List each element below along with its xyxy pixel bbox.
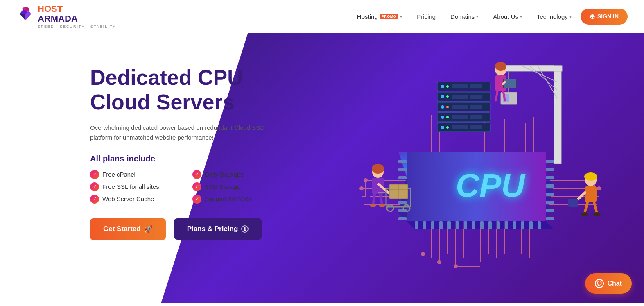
check-icon-5: ✓ — [90, 195, 99, 204]
svg-rect-110 — [470, 84, 482, 88]
nav-pricing[interactable]: Pricing — [411, 10, 441, 23]
cpu-illustration-svg: CPU — [341, 57, 628, 287]
check-icon-2: ✓ — [192, 170, 201, 179]
svg-rect-66 — [513, 221, 516, 229]
logo-icon[interactable]: HOSTARMADA — [16, 4, 78, 24]
get-started-label: Get Started — [103, 225, 141, 233]
logo-tagline: SPEED · SECURITY · STABILITY — [38, 25, 116, 29]
svg-point-36 — [438, 261, 441, 264]
hero-description: Overwhelming dedicated power based on re… — [90, 123, 270, 143]
svg-line-149 — [594, 202, 597, 213]
feature-ssd-storage: ✓ SSD Storage — [192, 182, 270, 191]
hero-buttons: Get Started 🚀 Plans & Pricing ℹ — [90, 218, 270, 240]
svg-rect-78 — [546, 160, 554, 163]
svg-rect-57 — [439, 221, 443, 229]
nav-hosting-label: Hosting — [357, 13, 378, 20]
svg-line-124 — [373, 194, 375, 205]
svg-point-102 — [441, 95, 444, 98]
plans-pricing-button[interactable]: Plans & Pricing ℹ — [174, 218, 262, 240]
svg-point-107 — [441, 85, 444, 88]
signin-button[interactable]: ⊕ SIGN IN — [581, 9, 628, 25]
svg-marker-2 — [20, 14, 25, 20]
plans-pricing-label: Plans & Pricing — [187, 225, 238, 233]
server-stack — [437, 82, 490, 132]
nav-hosting[interactable]: Hosting PROMO ▾ — [351, 10, 408, 23]
svg-point-97 — [441, 105, 444, 109]
svg-rect-105 — [470, 95, 482, 99]
promo-badge: PROMO — [380, 14, 399, 19]
get-started-button[interactable]: Get Started 🚀 — [90, 218, 166, 240]
feature-label-2: Daily Backups — [205, 171, 244, 178]
svg-point-92 — [441, 116, 444, 119]
svg-point-150 — [581, 212, 588, 216]
about-chevron-icon: ▾ — [520, 14, 522, 19]
svg-rect-80 — [546, 176, 554, 179]
svg-rect-112 — [497, 66, 562, 71]
check-icon-6: ✓ — [192, 195, 201, 204]
feature-label-5: Web Server Cache — [102, 195, 154, 202]
svg-point-137 — [495, 62, 506, 71]
svg-text:CPU: CPU — [456, 167, 526, 204]
feature-daily-backups: ✓ Daily Backups — [192, 170, 270, 179]
svg-rect-64 — [497, 221, 500, 229]
header: HOSTARMADA SPEED · SECURITY · STABILITY … — [0, 0, 644, 33]
svg-rect-90 — [470, 125, 482, 129]
svg-point-145 — [584, 172, 597, 181]
svg-rect-77 — [398, 217, 407, 220]
svg-rect-81 — [546, 184, 554, 188]
domains-chevron-icon: ▾ — [476, 14, 478, 19]
svg-rect-147 — [568, 199, 578, 207]
svg-rect-82 — [546, 193, 554, 196]
svg-rect-54 — [415, 221, 418, 229]
svg-rect-72 — [398, 176, 407, 179]
rocket-icon: 🚀 — [144, 225, 153, 233]
svg-line-153 — [598, 285, 599, 286]
hero-left: Dedicated CPU Cloud Servers Overwhelming… — [90, 57, 270, 240]
svg-rect-99 — [452, 105, 468, 109]
nav-domains-label: Domains — [450, 13, 475, 20]
person-left-woman — [370, 164, 388, 207]
svg-rect-85 — [546, 217, 554, 220]
person-right-worker — [568, 172, 601, 216]
svg-rect-67 — [521, 221, 524, 229]
svg-rect-56 — [431, 221, 434, 229]
svg-point-122 — [372, 164, 384, 174]
check-icon-4: ✓ — [192, 182, 201, 191]
nav-pricing-label: Pricing — [417, 13, 436, 20]
svg-rect-75 — [398, 201, 407, 204]
feature-free-cpanel: ✓ Free cPanel — [90, 170, 168, 179]
feature-label-3: Free SSL for all sites — [102, 183, 159, 190]
svg-point-87 — [441, 126, 444, 129]
hero-illustration: CPU — [325, 41, 644, 303]
check-icon-3: ✓ — [90, 182, 99, 191]
svg-point-88 — [446, 126, 449, 129]
logo-text: HOSTARMADA — [38, 4, 78, 24]
svg-rect-89 — [452, 125, 468, 129]
feature-label-4: SSD Storage — [205, 183, 241, 190]
chat-button[interactable]: Chat — [585, 273, 632, 294]
feature-support: ✓ Support 24/7/365 — [192, 195, 270, 204]
hero-title-line2: Cloud Servers — [90, 90, 235, 114]
technology-chevron-icon: ▾ — [569, 14, 572, 19]
hero-title-line1: Dedicated CPU — [90, 66, 243, 89]
svg-rect-79 — [546, 168, 554, 171]
svg-point-93 — [446, 116, 449, 118]
main-nav: Hosting PROMO ▾ Pricing Domains ▾ About … — [351, 9, 628, 25]
svg-rect-69 — [538, 221, 541, 229]
feature-label-1: Free cPanel — [102, 171, 136, 178]
feature-web-server-cache: ✓ Web Server Cache — [90, 195, 168, 204]
svg-rect-70 — [398, 160, 407, 163]
svg-point-108 — [446, 85, 449, 88]
svg-rect-71 — [398, 168, 407, 171]
svg-rect-84 — [546, 209, 554, 212]
nav-technology[interactable]: Technology ▾ — [531, 10, 577, 23]
check-icon-1: ✓ — [90, 170, 99, 179]
nav-domains[interactable]: Domains ▾ — [445, 10, 484, 23]
svg-point-127 — [379, 204, 385, 207]
nav-about[interactable]: About Us ▾ — [487, 10, 528, 23]
svg-line-148 — [585, 202, 588, 213]
svg-rect-83 — [546, 201, 554, 204]
svg-point-41 — [597, 187, 601, 190]
hosting-chevron-icon: ▾ — [400, 14, 402, 19]
svg-rect-58 — [447, 221, 451, 229]
